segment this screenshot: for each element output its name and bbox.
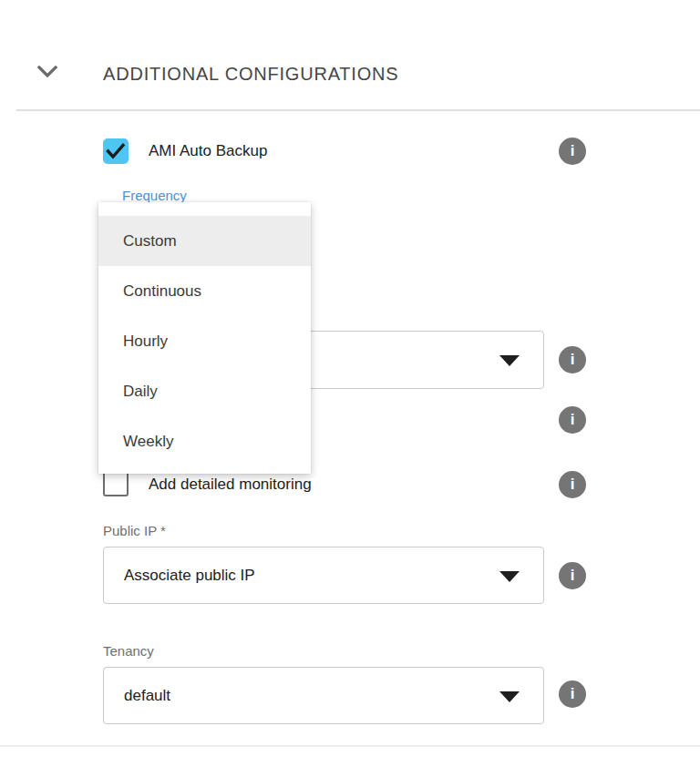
menu-item-hourly[interactable]: Hourly — [98, 316, 311, 366]
detailed-monitoring-checkbox[interactable] — [103, 471, 129, 496]
public-ip-select-value: Associate public IP — [124, 567, 255, 585]
dropdown-arrow-icon — [499, 571, 520, 582]
checkmark-icon — [106, 143, 126, 159]
chevron-down-icon — [36, 64, 58, 80]
hidden-row-info-icon[interactable]: i — [559, 406, 586, 434]
section-divider — [16, 109, 700, 111]
bottom-divider — [0, 745, 700, 747]
public-ip-info-icon[interactable]: i — [559, 562, 586, 589]
dropdown-arrow-icon — [499, 691, 520, 702]
menu-item-continuous[interactable]: Continuous — [98, 266, 311, 316]
detailed-monitoring-label: Add detailed monitoring — [149, 476, 312, 494]
tenancy-field-label: Tenancy — [103, 643, 154, 659]
tenancy-select[interactable]: default — [103, 667, 544, 724]
info-glyph: i — [571, 142, 575, 160]
ami-auto-backup-info-icon[interactable]: i — [559, 138, 586, 165]
info-glyph: i — [571, 476, 575, 494]
info-glyph: i — [571, 567, 575, 585]
ami-auto-backup-label: AMI Auto Backup — [149, 142, 267, 160]
public-ip-select[interactable]: Associate public IP — [103, 547, 544, 604]
dropdown-arrow-icon — [499, 355, 520, 366]
frequency-field-label: Frequency — [122, 188, 187, 203]
menu-item-custom[interactable]: Custom — [98, 216, 311, 266]
section-title: ADDITIONAL CONFIGURATIONS — [103, 64, 398, 85]
info-glyph: i — [571, 351, 575, 369]
section-collapse-chevron-icon[interactable] — [36, 64, 58, 80]
frequency-dropdown-menu: Custom Continuous Hourly Daily Weekly — [98, 202, 311, 474]
tenancy-select-value: default — [124, 687, 170, 705]
menu-item-daily[interactable]: Daily — [98, 366, 311, 416]
info-glyph: i — [571, 411, 575, 429]
info-glyph: i — [571, 685, 575, 703]
ami-auto-backup-checkbox[interactable] — [103, 138, 129, 164]
public-ip-field-label: Public IP * — [103, 523, 166, 538]
menu-item-weekly[interactable]: Weekly — [98, 416, 311, 466]
tenancy-info-icon[interactable]: i — [559, 680, 586, 708]
frequency-info-icon[interactable]: i — [559, 346, 586, 373]
detailed-monitoring-info-icon[interactable]: i — [559, 471, 586, 498]
